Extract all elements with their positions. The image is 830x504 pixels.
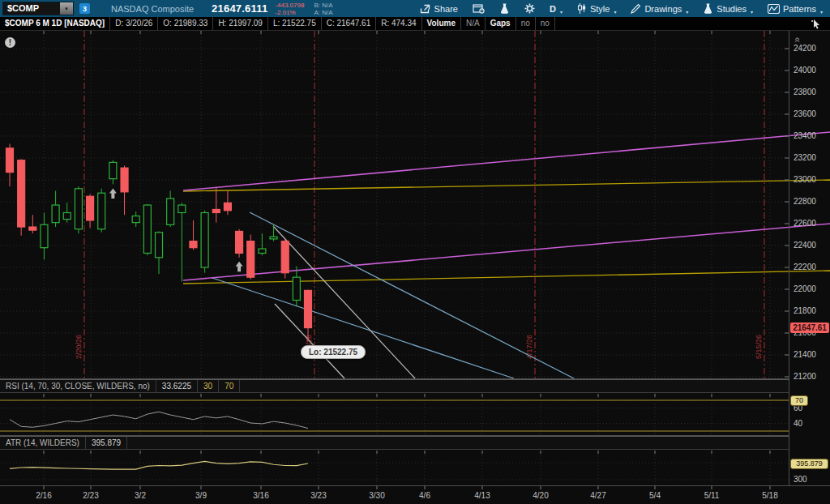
patterns-label: Patterns	[783, 4, 816, 14]
studies-button[interactable]: Studies ▾	[695, 0, 760, 17]
chart-canvas[interactable]: 2/20/263/20/264/17/265/15/26242002400023…	[0, 31, 830, 504]
chart-title: $COMP 6 M 1D [NASDAQ]	[0, 17, 110, 30]
svg-text:3/16: 3/16	[253, 491, 269, 500]
chevron-down-icon: ▾	[614, 9, 616, 15]
svg-text:24000: 24000	[794, 66, 816, 75]
svg-text:5/4: 5/4	[649, 491, 661, 500]
svg-text:4/27: 4/27	[590, 491, 606, 500]
svg-text:3/30: 3/30	[369, 491, 385, 500]
pattern-wave-icon	[768, 4, 780, 14]
svg-text:300: 300	[794, 475, 807, 484]
quick-study-button[interactable]	[492, 0, 517, 17]
svg-text:21200: 21200	[794, 372, 816, 381]
last-price-axis-badge: 21647.61	[790, 322, 829, 333]
svg-text:22600: 22600	[794, 219, 816, 228]
symbol-input-value[interactable]: $COMP	[3, 2, 60, 15]
symbol-description: NASDAQ Composite	[111, 4, 194, 14]
svg-text:4/20: 4/20	[533, 491, 549, 500]
calendar-events-button[interactable]	[465, 0, 492, 17]
svg-text:21400: 21400	[794, 350, 816, 359]
price-change-block: -443.0798 -2.01%	[275, 2, 304, 16]
svg-text:21800: 21800	[794, 306, 816, 315]
rsi-study-label[interactable]: RSI (14, 70, 30, CLOSE, WILDERS, no)	[0, 380, 156, 392]
svg-text:22200: 22200	[794, 263, 816, 271]
svg-text:2/16: 2/16	[36, 491, 52, 500]
svg-text:24200: 24200	[794, 44, 816, 53]
ask-value: A: N/A	[314, 9, 332, 16]
flask-icon	[499, 3, 510, 14]
svg-text:40: 40	[794, 419, 803, 428]
svg-text:5/15/26: 5/15/26	[755, 335, 763, 359]
symbol-dropdown-button[interactable]: ▼	[60, 2, 73, 15]
style-button[interactable]: Style ▾	[570, 0, 623, 17]
timeframe-button[interactable]: D ▾	[542, 0, 570, 17]
timeframe-label: D	[550, 4, 556, 14]
svg-text:5/18: 5/18	[762, 491, 778, 500]
high-readout: H: 21997.09	[213, 17, 268, 30]
candle-style-icon	[577, 3, 587, 14]
thinkorswim-chart-window: $COMP ▼ 3 NASDAQ Composite 21647.6111 -4…	[0, 0, 830, 504]
date-readout: D: 3/20/26	[110, 17, 158, 30]
svg-text:23800: 23800	[794, 88, 816, 96]
open-readout: O: 21989.33	[158, 17, 213, 30]
close-readout: C: 21647.61	[322, 17, 377, 30]
share-icon	[420, 4, 431, 14]
atr-panel-header: ATR (14, WILDERS) 395.879	[0, 436, 789, 450]
drawings-label: Drawings	[644, 4, 682, 14]
gaps-value-1: no	[516, 17, 536, 30]
chevron-down-icon: ▾	[560, 9, 563, 15]
bid-value: B: N/A	[314, 2, 332, 9]
symbol-input[interactable]: $COMP ▼	[2, 2, 74, 15]
chevron-down-icon: ▾	[751, 9, 753, 15]
svg-text:3/23: 3/23	[310, 491, 327, 500]
svg-text:22800: 22800	[794, 197, 816, 206]
volume-toggle[interactable]: Volume	[422, 17, 461, 30]
price-change-percent: -2.01%	[275, 9, 304, 16]
chevron-down-icon: ▾	[820, 9, 823, 15]
svg-text:4/13: 4/13	[474, 491, 490, 500]
range-readout: R: 474.34	[376, 17, 421, 30]
chevron-down-icon: ▾	[686, 9, 688, 15]
crosshair-cursor-icon[interactable]	[811, 17, 830, 30]
rsi-overbought-level: 70	[219, 380, 240, 392]
rsi-70-axis-badge: 70	[790, 395, 808, 406]
bid-ask-block: B: N/A A: N/A	[314, 2, 332, 16]
calendar-icon	[473, 3, 485, 14]
svg-text:2/20/26: 2/20/26	[75, 335, 83, 359]
svg-text:3/9: 3/9	[195, 491, 207, 500]
svg-text:23400: 23400	[794, 131, 816, 140]
price-change: -443.0798	[275, 2, 304, 9]
svg-text:22000: 22000	[794, 284, 816, 293]
svg-text:2/23: 2/23	[83, 491, 99, 500]
atr-study-label[interactable]: ATR (14, WILDERS)	[0, 437, 86, 449]
gaps-toggle[interactable]: Gaps	[486, 17, 516, 30]
chart-title-bar: $COMP ▼ 3 NASDAQ Composite 21647.6111 -4…	[0, 0, 830, 17]
svg-text:22400: 22400	[794, 241, 816, 250]
svg-text:4/6: 4/6	[419, 491, 430, 500]
svg-text:3/2: 3/2	[135, 491, 146, 500]
gear-icon	[524, 3, 535, 14]
pencil-icon	[631, 3, 641, 14]
svg-text:23000: 23000	[794, 175, 816, 184]
drawings-button[interactable]: Drawings ▾	[623, 0, 695, 17]
share-button[interactable]: Share	[413, 0, 465, 17]
flask-icon	[703, 3, 713, 14]
style-label: Style	[590, 4, 610, 14]
atr-axis-badge: 395.879	[790, 459, 828, 469]
settings-button[interactable]	[517, 0, 542, 17]
svg-text:5/11: 5/11	[704, 491, 720, 500]
gaps-value-2: no	[536, 17, 555, 30]
rsi-panel-header: RSI (14, 70, 30, CLOSE, WILDERS, no) 33.…	[0, 379, 789, 393]
svg-text:23200: 23200	[794, 153, 816, 162]
chart-area: 2/20/263/20/264/17/265/15/26242002400023…	[0, 31, 830, 504]
alert-info-icon[interactable]: !	[5, 37, 15, 48]
ohlc-readout-bar: $COMP 6 M 1D [NASDAQ] D: 3/20/26 O: 2198…	[0, 17, 830, 31]
panel-collapse-icon[interactable]: «	[792, 37, 803, 41]
low-price-tooltip: Lo: 21522.75	[301, 345, 366, 359]
studies-label: Studies	[717, 4, 747, 14]
ohlc-bar-spacer	[555, 17, 811, 30]
svg-text:23600: 23600	[794, 109, 816, 118]
rsi-oversold-level: 30	[198, 380, 219, 392]
link-channel-badge[interactable]: 3	[79, 3, 90, 14]
patterns-button[interactable]: Patterns ▾	[760, 0, 830, 17]
